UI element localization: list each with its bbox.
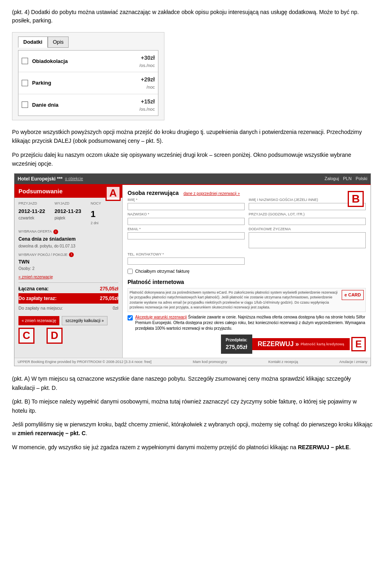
tel-input[interactable]: [128, 258, 245, 265]
badge-C: C: [18, 328, 34, 344]
email-field-group: EMAIL *: [128, 227, 245, 250]
faktura-checkbox[interactable]: [128, 269, 133, 274]
change-reservation-link-top[interactable]: « zmień rezerwację: [18, 274, 53, 280]
summary-inner: PRZYJAZD WYJAZD NOCY 2012-11-22 czwartek…: [14, 198, 122, 347]
hotel-about-link[interactable]: o obiekcie: [65, 176, 83, 182]
reserve-btn-text: REZERWUJ »: [258, 341, 299, 348]
closing-p1: (pkt. A) W tym miejscu są oznaczone wszy…: [12, 374, 373, 392]
nights-label: 2 dni: [91, 221, 107, 226]
footer-contact[interactable]: Kontakt z recepcją: [268, 359, 298, 365]
language-selector[interactable]: Polski: [356, 175, 367, 182]
login-link[interactable]: Zaloguj: [324, 175, 339, 182]
imie-field-group: IMIĘ *: [128, 197, 245, 211]
addon-price-danie: +15zł /os./noc: [139, 97, 155, 113]
room-section-label: WYBRANY POKÓJ / POKOJE i: [18, 252, 118, 258]
payment-title: Płatność internetowa: [128, 278, 366, 286]
hotel-name: Hotel Europejski ***: [18, 175, 63, 182]
hotel-footer: UPPER Booking Engine provided by PROFITR…: [14, 358, 371, 366]
prev-reservation-link[interactable]: dane z poprzedniej rezerwacji »: [184, 191, 240, 196]
pay-now-amount: 275,05zł: [100, 295, 118, 302]
footer-left: UPPER Booking Engine provided by PROFITR…: [18, 359, 152, 365]
przyjazd-block: 2012-11-22 czwartek: [18, 207, 51, 226]
change-reservation-button[interactable]: « zmień rezerwację: [18, 316, 59, 325]
dodatkowe-label: DODATKOWE ŻYCZENIA: [249, 227, 366, 232]
reserve-price-box: Przedpłata: 275,05zł: [221, 335, 252, 354]
nazwisko-label: NAZWISKO *: [128, 212, 245, 217]
accept-text: Akceptuję warunki rezerwacji Śniadanie z…: [135, 314, 366, 331]
przyjazd-lot-label: PRZYJAZD (GODZINA, LOT, ITR.): [249, 212, 366, 217]
intro-paragraph: (pkt. 4) Dodatki do pobytu można ustawia…: [12, 8, 373, 25]
addon-name-obiadokolacja: Obiadokolacja: [32, 57, 139, 65]
hotel-body: Podsumowanie A PRZYJAZD WYJAZD NOCY 2012…: [14, 184, 371, 358]
offer-sub: dowolna dł. pobytu, do 01.07.13: [18, 243, 118, 249]
tab-opis[interactable]: Opis: [48, 36, 69, 48]
room-info-icon: i: [69, 252, 74, 257]
summary-title: Podsumowanie A: [14, 185, 122, 198]
accept-checkbox[interactable]: [128, 315, 133, 320]
closing-p2: (pkt. B) To miejsce należy wypełnić dany…: [12, 397, 373, 415]
imie-input[interactable]: [128, 203, 245, 210]
badge-D: D: [47, 328, 63, 344]
addon-price-obiadokolacja: +30zł /os./noc: [139, 54, 155, 69]
email-input[interactable]: [128, 232, 245, 239]
form-title: Osoba rezerwująca dane z poprzedniej rez…: [128, 190, 240, 196]
nights-block: 1 2 dni: [91, 207, 107, 226]
room-sub: Osoby: 2: [18, 266, 118, 272]
reserve-bar: Przedpłata: 275,05zł REZERWUJ » Płatność…: [128, 335, 366, 354]
przyjazd-header: PRZYJAZD: [18, 201, 51, 207]
addon-checkbox-danie[interactable]: [22, 101, 28, 108]
addon-row-danie: Danie dnia +15zł /os./noc: [18, 94, 158, 116]
dodatkowe-textarea[interactable]: [249, 232, 366, 248]
summary-buttons: « zmień rezerwację szczegóły kalkulacji …: [18, 316, 118, 325]
hotel-header: Hotel Europejski *** o obiekcie Zaloguj …: [14, 174, 371, 184]
tab-dodatki[interactable]: Dodatki: [18, 36, 48, 48]
nazwisko-input[interactable]: [128, 218, 245, 225]
on-site-label: Do zapłaty na miejscu:: [18, 305, 63, 312]
currency-selector[interactable]: PLN: [343, 175, 351, 182]
addon-row-obiadokolacja: Obiadokolacja +30zł /os./noc: [18, 51, 158, 73]
details-button[interactable]: szczegóły kalkulacji »: [62, 316, 107, 325]
przyjazd-day: czwartek: [18, 215, 51, 221]
imie-label: IMIĘ *: [128, 197, 245, 203]
addon-checkbox-obiadokolacja[interactable]: [22, 58, 28, 64]
addon-name-danie: Danie dnia: [32, 101, 139, 109]
pay-now-label: Do zapłaty teraz:: [18, 295, 57, 302]
summary-date-headers: PRZYJAZD WYJAZD NOCY: [18, 201, 118, 207]
closing-p3: Jeśli pomyliliśmy się w pierwszym kroku,…: [12, 420, 373, 438]
przyjazd-lot-input[interactable]: [249, 218, 366, 225]
form-panel: Osoba rezerwująca dane z poprzedniej rez…: [123, 185, 371, 358]
offer-section-label: WYBRANA OFERTA i: [18, 229, 118, 235]
wyjazd-header: WYJAZD: [55, 201, 87, 207]
cd-badges: C D: [18, 328, 118, 344]
form-header-row: Osoba rezerwująca dane z poprzedniej rez…: [128, 189, 366, 197]
addon-table: Obiadokolacja +30zł /os./noc Parking +29…: [18, 50, 158, 116]
addon-screenshot: Dodatki Opis Obiadokolacja +30zł /os./no…: [12, 32, 164, 120]
przyjazd-date: 2012-11-22: [18, 207, 51, 215]
badge-A: A: [105, 186, 121, 201]
przyjazd-lot-field-group: PRZYJAZD (GODZINA, LOT, ITR.): [249, 212, 366, 225]
faktura-label: Chciałbym otrzymać fakturę: [135, 268, 190, 275]
on-site-amount: 0zł: [113, 305, 118, 312]
footer-promo[interactable]: Mam kod promocyjny: [193, 359, 227, 365]
nights-number: 1: [91, 207, 107, 221]
addon-row-parking: Parking +29zł /noc: [18, 72, 158, 94]
wyjazd-day: piątek: [55, 215, 87, 221]
nocy-header: NOCY: [91, 201, 101, 207]
addon-checkbox-parking[interactable]: [22, 80, 28, 86]
total-price-row: Łączna cena: 275,05zł: [18, 282, 118, 293]
total-amount: 275,05zł: [100, 285, 118, 292]
on-site-row: Do zapłaty na miejscu: 0zł: [18, 304, 118, 313]
reserve-btn-sub: Płatność kartą kredytową: [300, 342, 344, 346]
room-name: TWN: [18, 258, 118, 266]
reserve-button[interactable]: REZERWUJ » Płatność kartą kredytową: [252, 338, 350, 350]
footer-cancel[interactable]: Anulacje i zmiany: [339, 359, 367, 365]
prepay-amount: 275,05zł: [226, 344, 247, 350]
badge-B: B: [348, 191, 364, 207]
payment-text: e CARD Płatność dokonywana jest za pośre…: [128, 288, 366, 312]
accept-link[interactable]: Akceptuję warunki rezerwacji: [135, 315, 187, 319]
hotel-booking-screenshot: Hotel Europejski *** o obiekcie Zaloguj …: [14, 173, 371, 367]
form-fields-grid: IMIĘ * IMIĘ I NAZWISKO GOŚCIA (JEŻELI IN…: [128, 197, 366, 265]
total-label: Łączna cena:: [18, 285, 49, 292]
summary-panel: Podsumowanie A PRZYJAZD WYJAZD NOCY 2012…: [14, 185, 123, 358]
offer-name: Cena dnia ze śniadaniem: [18, 235, 118, 243]
